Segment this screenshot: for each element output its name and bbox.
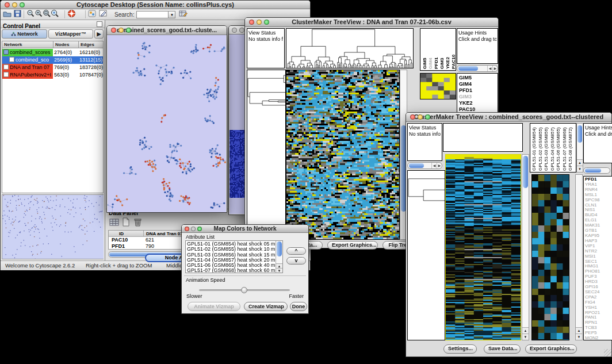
table-edit-icon[interactable] bbox=[179, 9, 188, 20]
treeview2-vscrollbar[interactable]: ▲ ▼ bbox=[522, 154, 529, 340]
zoom-button[interactable] bbox=[264, 20, 269, 25]
scroll-down-arrow[interactable]: ▼ bbox=[576, 334, 582, 340]
float-panel-icon[interactable] bbox=[97, 21, 102, 27]
column-label[interactable]: GIM4 bbox=[428, 58, 433, 69]
column-label[interactable]: GPL51-06 (GSM865) bbox=[556, 127, 561, 171]
treeview2-zoom-heatmap[interactable] bbox=[531, 174, 569, 340]
scroll-down-arrow[interactable]: ▼ bbox=[522, 334, 529, 340]
treeview2-usage-slider[interactable] bbox=[583, 167, 610, 174]
treeview1-titlebar[interactable]: ClusterMaker TreeView : DNA and Tran 07-… bbox=[245, 18, 498, 27]
column-label[interactable]: GPL51-08 (GSM872) bbox=[568, 127, 573, 171]
column-label[interactable]: GIM3 bbox=[439, 58, 445, 69]
treeview2-column-labels[interactable]: GPL51-01 (GSM854)GPL51-02 (GSM855)GPL51-… bbox=[530, 123, 576, 173]
network-row[interactable]: combined_sco2569(6)13112(15) bbox=[2, 56, 103, 64]
treeview1-row-dendrogram[interactable] bbox=[247, 70, 286, 240]
move-up-button[interactable]: ^ bbox=[286, 247, 306, 255]
main-titlebar[interactable]: Cytoscape Desktop (Session Name: collins… bbox=[1, 1, 310, 9]
treeview2-titlebar[interactable]: ClusterMaker TreeView : combined_scores_… bbox=[406, 113, 611, 122]
close-button[interactable] bbox=[111, 28, 116, 33]
resize-grip[interactable] bbox=[604, 349, 611, 357]
column-label[interactable]: PAC10 bbox=[451, 55, 456, 69]
export-graphics-button[interactable]: Export Graphics... bbox=[525, 344, 577, 354]
scroll-up-arrow[interactable]: ▲ bbox=[522, 327, 529, 334]
treeview2-zoom-vscrollbar[interactable]: ▲ ▼ bbox=[575, 174, 583, 340]
network-overview-panel[interactable] bbox=[2, 194, 104, 259]
move-down-button[interactable]: v bbox=[286, 257, 306, 265]
close-button[interactable] bbox=[410, 114, 415, 120]
column-label[interactable]: GPL51-02 (GSM855) bbox=[538, 127, 543, 171]
network-row[interactable]: combined_scores2764(0)16218(0) bbox=[2, 49, 103, 56]
help-lifering-icon[interactable] bbox=[67, 9, 76, 20]
attribute-item[interactable]: GPL51-06 (GSM865) heat shock 40 min bbox=[187, 263, 275, 268]
create-vizmap-button[interactable]: Create Vizmap bbox=[244, 302, 288, 311]
slider-right-arrow[interactable]: ▶ bbox=[492, 66, 498, 71]
attribute-item[interactable]: GPL51-03 (GSM856) heat shock 15 min bbox=[187, 252, 275, 258]
row-label[interactable]: YKE2 bbox=[459, 100, 498, 106]
col-header-network[interactable]: Network bbox=[4, 41, 22, 48]
network-titlebar[interactable]: combined_scores_good.txt--cluste... bbox=[107, 26, 227, 35]
col-header-edges[interactable]: Edges bbox=[78, 41, 94, 48]
search-dropdown-arrow[interactable]: ▼ bbox=[169, 11, 175, 18]
column-label[interactable]: YKE2 bbox=[445, 57, 450, 69]
column-label[interactable]: GIM5 bbox=[422, 58, 427, 69]
attribute-item[interactable]: GPL51-02 (GSM855) heat shock 10 min bbox=[187, 247, 275, 252]
annotation-icon[interactable] bbox=[99, 9, 108, 20]
row-label[interactable]: PFD1 bbox=[459, 87, 498, 94]
minimize-button[interactable] bbox=[118, 28, 124, 33]
search-input[interactable] bbox=[136, 11, 169, 18]
settings-button[interactable]: Settings... bbox=[443, 344, 477, 354]
attribute-list-scrollbar[interactable]: ▲ ▼ bbox=[276, 241, 282, 273]
minimize-button[interactable] bbox=[239, 28, 244, 33]
gene-label[interactable]: MON2 bbox=[585, 336, 612, 340]
close-button[interactable] bbox=[232, 28, 237, 33]
minimize-button[interactable] bbox=[12, 2, 17, 7]
scroll-down-arrow[interactable]: ▼ bbox=[276, 268, 282, 273]
tab-network[interactable]: Network bbox=[2, 29, 47, 39]
treeview2-row-dendrogram[interactable] bbox=[407, 170, 445, 340]
close-button[interactable] bbox=[5, 2, 10, 7]
treeview1-heatmap[interactable] bbox=[286, 70, 400, 240]
open-folder-icon[interactable] bbox=[3, 9, 12, 20]
zoom-button[interactable] bbox=[425, 114, 430, 120]
save-data-button[interactable]: Save Data... bbox=[484, 344, 521, 354]
table-grid-icon[interactable] bbox=[109, 218, 119, 229]
scroll-down-arrow[interactable]: ▼ bbox=[577, 166, 583, 172]
row-label[interactable]: GIM5 bbox=[459, 75, 498, 81]
slider-left-arrow[interactable]: ◀ bbox=[487, 66, 492, 71]
save-icon[interactable] bbox=[14, 9, 21, 20]
zoom-fit-icon[interactable] bbox=[43, 9, 51, 20]
attribute-item[interactable]: GPL51-04 (GSM857) heat shock 20 min bbox=[187, 258, 275, 263]
column-label[interactable]: GPL51-04 (GSM857) bbox=[550, 127, 555, 171]
zoom-in-icon[interactable] bbox=[35, 9, 43, 20]
slider-left-arrow[interactable]: ◀ bbox=[431, 163, 437, 168]
column-label[interactable]: PFD1 bbox=[434, 58, 439, 69]
attribute-list[interactable]: GPL51-01 (GSM854) heat shock 05 minGPL51… bbox=[185, 240, 283, 273]
tab-overflow-arrow[interactable]: ▶ bbox=[94, 29, 104, 39]
data-col-id[interactable]: ID bbox=[119, 231, 124, 237]
close-button[interactable] bbox=[185, 227, 189, 231]
treeview2-heatmap[interactable] bbox=[445, 154, 521, 340]
column-label[interactable]: GPL51-01 (GSM854) bbox=[531, 127, 537, 171]
attribute-item[interactable]: GPL51-07 (GSM868) heat shock 60 min bbox=[187, 268, 275, 273]
network-row[interactable]: DNA and Tran 07769(0)183728(0) bbox=[2, 64, 103, 71]
row-label[interactable]: GIM3 bbox=[459, 94, 498, 100]
export-graphics-button[interactable]: Export Graphics... bbox=[327, 241, 378, 250]
treeview2-column-dendrogram[interactable] bbox=[443, 123, 523, 152]
slider-thumb[interactable] bbox=[241, 287, 247, 293]
attribute-item[interactable]: GPL51-01 (GSM854) heat shock 05 min bbox=[187, 242, 275, 247]
zoom-button[interactable] bbox=[20, 2, 25, 7]
zoom-selected-icon[interactable] bbox=[51, 9, 59, 20]
minimize-button[interactable] bbox=[418, 114, 423, 120]
column-label[interactable]: GPL51-03 (GSM856) bbox=[544, 127, 549, 171]
network-canvas[interactable] bbox=[108, 35, 226, 212]
minimize-button[interactable] bbox=[257, 20, 262, 25]
new-document-icon[interactable] bbox=[122, 217, 130, 229]
tab-vizmapper[interactable]: VizMapper™ bbox=[48, 29, 94, 39]
slider-right-arrow[interactable]: ▶ bbox=[437, 163, 442, 168]
scroll-up-arrow[interactable]: ▲ bbox=[577, 159, 583, 166]
treeview1-zoom-slider[interactable]: ◀ ▶ bbox=[457, 65, 498, 72]
treeview2-zoom-slider[interactable]: ◀ ▶ bbox=[407, 162, 442, 169]
column-label[interactable]: GPL51-07 (GSM868) bbox=[562, 127, 567, 171]
done-button[interactable]: Done bbox=[290, 302, 307, 311]
minimize-button[interactable] bbox=[191, 227, 196, 231]
